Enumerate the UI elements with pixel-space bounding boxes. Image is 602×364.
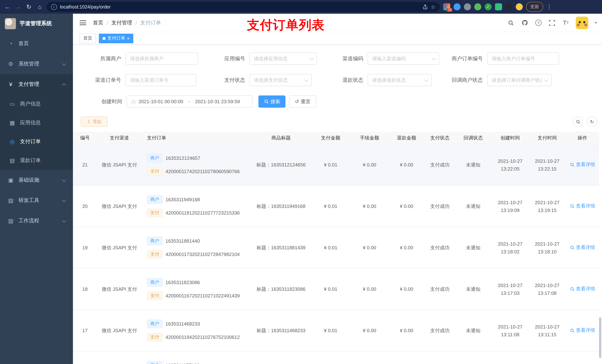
- extension-icon[interactable]: [474, 3, 481, 10]
- sidebar-item-devtools[interactable]: ▨ 研发工具: [0, 190, 73, 210]
- search-icon[interactable]: [507, 20, 515, 26]
- sidebar-item-system[interactable]: ⚙ 系统管理: [0, 54, 73, 74]
- filter-app: 应用编号 请选择应用信息: [212, 52, 317, 65]
- extension-icon[interactable]: [516, 3, 523, 10]
- pay-status: 支付成功: [425, 203, 455, 209]
- actions-cell: 查看详情: [566, 161, 599, 168]
- breadcrumb-home[interactable]: 首页: [93, 20, 103, 26]
- view-detail-link[interactable]: 查看详情: [570, 203, 595, 209]
- pay-status: 支付成功: [425, 244, 455, 251]
- back-icon[interactable]: ←: [4, 3, 11, 10]
- bookmark-star-icon[interactable]: ☆: [431, 4, 435, 10]
- refresh-table-button[interactable]: ↻: [587, 116, 597, 127]
- export-button[interactable]: ⇩ 导出: [81, 116, 108, 127]
- col-header: 支付渠道: [97, 135, 142, 141]
- app-logo: 芋道管理系统: [0, 14, 73, 33]
- col-header: 退款金额: [388, 135, 425, 141]
- scrollbar-thumb[interactable]: [599, 317, 601, 358]
- create-time: 2021-10-2713:17:03: [492, 281, 529, 297]
- pay-status: 支付成功: [425, 327, 455, 334]
- github-icon[interactable]: [521, 20, 528, 26]
- monitor-icon: ▣: [7, 177, 14, 183]
- update-button[interactable]: 更新: [526, 2, 543, 12]
- home-icon[interactable]: ⌂: [36, 3, 43, 10]
- merchant-order-no: 1635311823086: [165, 280, 200, 285]
- breadcrumb-pay[interactable]: 支付管理: [111, 20, 132, 26]
- channel-order-no: 4200001174202110278060590766: [165, 169, 240, 174]
- pay-status: 支付成功: [425, 286, 455, 292]
- chevron-down-icon: [310, 56, 314, 60]
- font-size-icon[interactable]: TT: [562, 20, 570, 26]
- tab-home[interactable]: 首页: [80, 33, 96, 43]
- extension-icon[interactable]: [464, 3, 471, 10]
- merchant-order-input[interactable]: [492, 56, 555, 62]
- extension-icon[interactable]: ✓: [485, 3, 492, 10]
- reset-button[interactable]: ↺ 重置: [289, 95, 316, 108]
- col-header: 商品标题: [252, 135, 310, 141]
- payment-submenu: ▭ 商户信息 ▦ 应用信息 ◎ 支付订单 ▤ 退款订单: [0, 94, 73, 170]
- filter-refund-status: 退款状态 请选择退款状态: [330, 74, 432, 86]
- sidebar-item-infrastructure[interactable]: ▣ 基础设施: [0, 170, 73, 190]
- caret-down-icon[interactable]: ▾: [595, 20, 597, 25]
- merchant-order-no: 1635312124657: [165, 155, 200, 161]
- product-title: 标题：1635311468233: [252, 327, 310, 334]
- extension-icon[interactable]: [495, 3, 502, 10]
- merchant-order-no: 1635311881440: [165, 238, 200, 244]
- pay-order-cell: 商户1635311468233 支付4200001194202110276752…: [142, 320, 252, 342]
- search-button[interactable]: 搜索: [258, 95, 285, 108]
- filter-channel-code: 渠道编码 请输入渠道编码: [330, 52, 439, 65]
- pay-tag: 支付: [147, 250, 162, 259]
- sidebar-item-app-info[interactable]: ▦ 应用信息: [0, 113, 73, 132]
- view-detail-link[interactable]: 查看详情: [570, 161, 595, 168]
- date-start: 2021-10-01 00:00:00: [139, 99, 183, 104]
- tab-pay-order[interactable]: 支付订单 ×: [99, 33, 133, 43]
- sidebar-item-payment[interactable]: ¥ 支付管理: [0, 74, 73, 94]
- refund-status-select[interactable]: 请选择退款状态: [368, 74, 432, 86]
- toggle-search-button[interactable]: [573, 116, 583, 127]
- browser-menu-icon[interactable]: ⋮: [547, 3, 552, 10]
- channel-order-input[interactable]: [130, 77, 192, 83]
- pay-status-select[interactable]: 请选择支付状态: [249, 74, 312, 86]
- product-title: 标题：1635312124656: [252, 161, 310, 168]
- share-icon[interactable]: [423, 4, 428, 10]
- order-id: 18: [73, 286, 97, 292]
- refund-amount: ¥ 0.00: [388, 203, 425, 209]
- date-range-input[interactable]: ◷ 2021-10-01 00:00:00 - 2021-10-31 23:59…: [127, 95, 252, 108]
- help-icon[interactable]: ?: [535, 20, 542, 26]
- page-annotation: 支付订单列表: [247, 17, 325, 34]
- table-row: 21 微信 JSAPI 支付 商户1635312124657 支付4200001…: [73, 144, 599, 186]
- filter-callback-status: 回调商户状态 请选择订单回调商户状态: [440, 74, 552, 86]
- collapse-sidebar-icon[interactable]: [80, 20, 86, 25]
- view-detail-link[interactable]: 查看详情: [570, 286, 595, 292]
- pay-tag: 支付: [147, 291, 162, 300]
- fullscreen-icon[interactable]: [548, 20, 556, 26]
- order-id: 21: [73, 162, 97, 167]
- chevron-down-icon: [424, 77, 429, 82]
- extension-icon[interactable]: [453, 3, 461, 10]
- actions-cell: 查看详情: [566, 244, 599, 251]
- callback-status-select[interactable]: 请选择订单回调商户状态: [487, 74, 552, 86]
- merchant-input[interactable]: [130, 56, 194, 62]
- view-detail-link[interactable]: 查看详情: [570, 327, 595, 334]
- yen-icon: ¥: [7, 81, 14, 87]
- sidebar-item-workflow[interactable]: ▧ 工作流程: [0, 210, 73, 231]
- sidebar-item-home[interactable]: ◔ 首页: [0, 33, 73, 54]
- site-info-icon[interactable]: i: [51, 4, 57, 10]
- extension-icon[interactable]: [505, 3, 512, 10]
- refresh-icon[interactable]: ↻: [25, 3, 32, 10]
- sidebar-item-pay-order[interactable]: ◎ 支付订单: [0, 132, 73, 151]
- extension-icon[interactable]: 10: [443, 3, 450, 10]
- chevron-down-icon: [62, 218, 66, 223]
- sidebar-item-refund-order[interactable]: ▤ 退款订单: [0, 151, 73, 170]
- channel-code-select[interactable]: 请输入渠道编码: [368, 52, 439, 65]
- forward-icon[interactable]: →: [14, 3, 22, 10]
- chevron-down-icon: [62, 198, 66, 202]
- pay-order-cell: 商户1635311949168 支付4200001181202110277723…: [142, 195, 252, 217]
- product-title: 标题：1635311949168: [252, 203, 310, 209]
- sidebar-item-merchant-info[interactable]: ▭ 商户信息: [0, 94, 73, 113]
- address-bar[interactable]: i localhost:1024/pay/order ☆: [47, 2, 440, 12]
- app-select[interactable]: 请选择应用信息: [249, 52, 317, 65]
- view-detail-link[interactable]: 查看详情: [570, 244, 595, 251]
- close-icon[interactable]: ×: [127, 36, 129, 41]
- avatar[interactable]: [576, 16, 589, 29]
